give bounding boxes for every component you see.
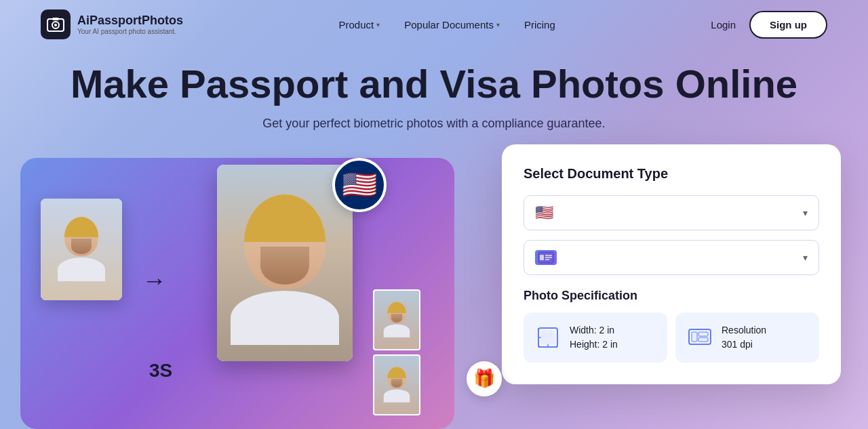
face-body [58, 258, 105, 281]
flag-circle: 🇺🇸 [332, 158, 387, 212]
photo-showcase: → 3S 🇺🇸 [0, 144, 461, 429]
logo[interactable]: AiPassportPhotos Your AI passport photo … [41, 9, 183, 39]
nav-links: Product ▾ Popular Documents ▾ Pricing [339, 19, 555, 30]
svg-rect-2 [52, 18, 59, 20]
resolution-text: Resolution 301 dpi [722, 323, 766, 352]
chevron-down-icon: ▾ [376, 21, 380, 28]
chevron-down-icon: ▾ [803, 252, 808, 263]
content-area: → 3S 🇺🇸 [0, 144, 868, 429]
brand-name: AiPassportPhotos [77, 14, 183, 28]
photo-face-large [217, 165, 353, 361]
dimensions-icon [534, 324, 561, 351]
passport-photo-small [41, 199, 122, 300]
hero-section: Make Passport and Visa Photos Online Get… [0, 49, 868, 138]
face-body-large [231, 291, 339, 345]
hero-subheadline: Get your perfect biometric photos with a… [0, 117, 868, 131]
country-flag: 🇺🇸 [535, 204, 553, 222]
signup-button[interactable]: Sign up [749, 11, 827, 39]
chevron-down-icon: ▾ [803, 207, 808, 218]
svg-rect-17 [698, 332, 708, 336]
face-hair [64, 217, 98, 237]
form-title: Select Document Type [524, 166, 819, 182]
svg-rect-16 [692, 332, 697, 342]
svg-rect-18 [698, 338, 708, 342]
face-head-large [244, 195, 326, 289]
face-shape-small [58, 217, 105, 281]
strip-photo-2 [373, 354, 420, 415]
login-button[interactable]: Login [711, 19, 736, 30]
resolution-icon [686, 324, 713, 351]
nav-actions: Login Sign up [711, 11, 827, 39]
face-hair-large [244, 195, 326, 242]
dimensions-card: Width: 2 in Height: 2 in [524, 312, 667, 363]
chevron-down-icon: ▾ [496, 21, 500, 28]
nav-documents[interactable]: Popular Documents ▾ [404, 19, 500, 30]
svg-rect-14 [541, 331, 555, 344]
nav-pricing[interactable]: Pricing [524, 19, 555, 30]
passport-photo-large [217, 165, 353, 361]
logo-icon [41, 9, 71, 39]
strip-photo-1 [373, 289, 420, 350]
face-shape-large [231, 181, 339, 345]
doctype-select[interactable]: ▾ [524, 240, 819, 275]
doctype-select-wrapper: ▾ [524, 240, 819, 275]
logo-text: AiPassportPhotos Your AI passport photo … [77, 14, 183, 35]
country-select[interactable]: 🇺🇸 ▾ [524, 195, 819, 230]
spec-cards: Width: 2 in Height: 2 in Resolution 301 … [524, 312, 819, 363]
arrow-icon: → [142, 266, 167, 295]
photo-spec-title: Photo Specification [524, 289, 819, 303]
nav-product[interactable]: Product ▾ [339, 19, 380, 30]
country-select-wrapper: 🇺🇸 ▾ [524, 195, 819, 230]
hero-headline: Make Passport and Visa Photos Online [0, 62, 868, 106]
doc-type-icon [535, 250, 557, 265]
form-panel: Select Document Type 🇺🇸 ▾ [502, 144, 841, 384]
svg-rect-5 [540, 255, 544, 260]
timer-badge: 3S [149, 360, 172, 382]
photo-strip [373, 289, 420, 415]
face-head [64, 217, 98, 256]
photo-face-small [41, 199, 122, 300]
brand-tagline: Your AI passport photo assistant. [77, 28, 183, 35]
gift-badge[interactable]: 🎁 [467, 361, 502, 396]
resolution-card: Resolution 301 dpi [675, 312, 819, 363]
dimensions-text: Width: 2 in Height: 2 in [570, 323, 618, 352]
svg-point-3 [54, 24, 57, 26]
